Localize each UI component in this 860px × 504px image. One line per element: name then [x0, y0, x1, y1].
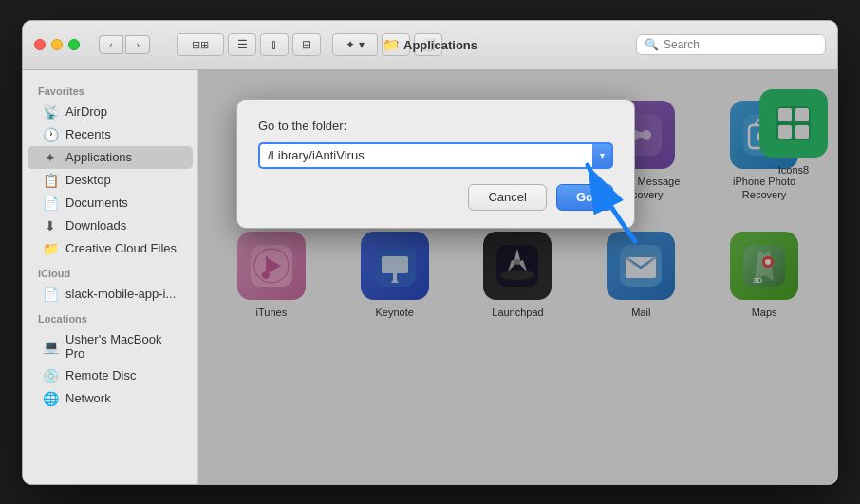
- cancel-button[interactable]: Cancel: [468, 184, 546, 211]
- sidebar-item-label: Applications: [65, 150, 132, 164]
- downloads-icon: ⬇: [43, 218, 58, 233]
- nav-buttons: ‹ ›: [99, 35, 150, 54]
- sidebar-item-label: AirDrop: [65, 104, 107, 119]
- search-bar[interactable]: 🔍: [636, 34, 826, 55]
- folder-dropdown-button[interactable]: ▾: [592, 142, 613, 169]
- applications-icon: ✦: [43, 150, 58, 165]
- sidebar-item-macbook[interactable]: 💻 Usher's MacBook Pro: [28, 328, 193, 364]
- sidebar-item-label: Recents: [65, 127, 111, 141]
- goto-folder-dialog: Go to the folder: ▾ Cancel Go: [236, 99, 635, 229]
- view-list-button[interactable]: ☰: [228, 33, 256, 56]
- search-icon: 🔍: [645, 38, 659, 51]
- sidebar-item-label: Usher's MacBook Pro: [65, 332, 178, 361]
- locations-header: Locations: [23, 306, 197, 328]
- dialog-overlay: Go to the folder: ▾ Cancel Go: [198, 70, 837, 484]
- close-button[interactable]: [34, 39, 46, 50]
- airdrop-icon: 📡: [43, 104, 58, 120]
- search-input[interactable]: [664, 38, 817, 51]
- sidebar-item-downloads[interactable]: ⬇ Downloads: [28, 215, 193, 237]
- sidebar-item-network[interactable]: 🌐 Network: [28, 387, 193, 410]
- creative-cloud-icon: 📁: [43, 241, 58, 256]
- recents-icon: 🕐: [43, 127, 58, 142]
- favorites-header: Favorites: [23, 78, 197, 101]
- sidebar-item-documents[interactable]: 📄 Documents: [28, 192, 193, 215]
- sidebar-item-label: Creative Cloud Files: [65, 241, 177, 255]
- minimize-button[interactable]: [51, 39, 63, 50]
- sidebar-item-label: Documents: [65, 196, 128, 210]
- forward-button[interactable]: ›: [125, 35, 150, 54]
- dialog-input-row: ▾: [258, 142, 613, 169]
- sidebar-item-label: Desktop: [65, 173, 111, 187]
- sidebar-item-recents[interactable]: 🕐 Recents: [28, 123, 193, 146]
- main-body: Favorites 📡 AirDrop 🕐 Recents ✦ Applicat…: [23, 70, 837, 484]
- slack-icon: 📄: [43, 287, 58, 302]
- sidebar-item-label: Remote Disc: [65, 368, 136, 383]
- traffic-lights: [34, 39, 80, 50]
- sidebar-item-label: slack-mobile-app-i...: [65, 287, 176, 301]
- sidebar-item-label: Network: [65, 391, 111, 405]
- sidebar-item-slack[interactable]: 📄 slack-mobile-app-i...: [28, 283, 193, 306]
- maximize-button[interactable]: [68, 39, 80, 50]
- content-area: Image Capture → Image2Icon: [198, 70, 837, 484]
- finder-window: ‹ › ⊞⊞ ☰ ⫿ ⊟ ✦ ▾ ⬆ ⬜ 📁 Applications 🔍 Fa…: [22, 20, 838, 485]
- sidebar-item-airdrop[interactable]: 📡 AirDrop: [28, 101, 193, 123]
- title-folder-icon: 📁: [383, 37, 399, 52]
- sidebar: Favorites 📡 AirDrop 🕐 Recents ✦ Applicat…: [23, 70, 198, 484]
- sidebar-item-desktop[interactable]: 📋 Desktop: [28, 169, 193, 192]
- dialog-buttons: Cancel Go: [258, 184, 613, 211]
- view-gallery-button[interactable]: ⊟: [292, 33, 321, 56]
- documents-icon: 📄: [43, 196, 58, 211]
- arrange-button[interactable]: ✦ ▾: [332, 33, 378, 56]
- back-button[interactable]: ‹: [99, 35, 123, 54]
- sidebar-item-creative-cloud[interactable]: 📁 Creative Cloud Files: [28, 237, 193, 260]
- dialog-title: Go to the folder:: [258, 119, 613, 133]
- remote-disc-icon: 💿: [43, 368, 58, 383]
- titlebar: ‹ › ⊞⊞ ☰ ⫿ ⊟ ✦ ▾ ⬆ ⬜ 📁 Applications 🔍: [23, 21, 837, 70]
- sidebar-item-remote-disc[interactable]: 💿 Remote Disc: [28, 364, 193, 387]
- sidebar-item-applications[interactable]: ✦ Applications: [28, 146, 193, 169]
- go-button[interactable]: Go: [556, 184, 613, 211]
- folder-path-input[interactable]: [258, 142, 592, 169]
- desktop-icon: 📋: [43, 173, 58, 188]
- icloud-header: iCloud: [23, 260, 197, 283]
- view-icon-button[interactable]: ⊞⊞: [177, 33, 224, 56]
- window-title: 📁 Applications: [383, 37, 477, 52]
- network-icon: 🌐: [43, 391, 58, 406]
- macbook-icon: 💻: [43, 339, 58, 354]
- view-columns-button[interactable]: ⫿: [260, 33, 289, 56]
- sidebar-item-label: Downloads: [65, 218, 126, 233]
